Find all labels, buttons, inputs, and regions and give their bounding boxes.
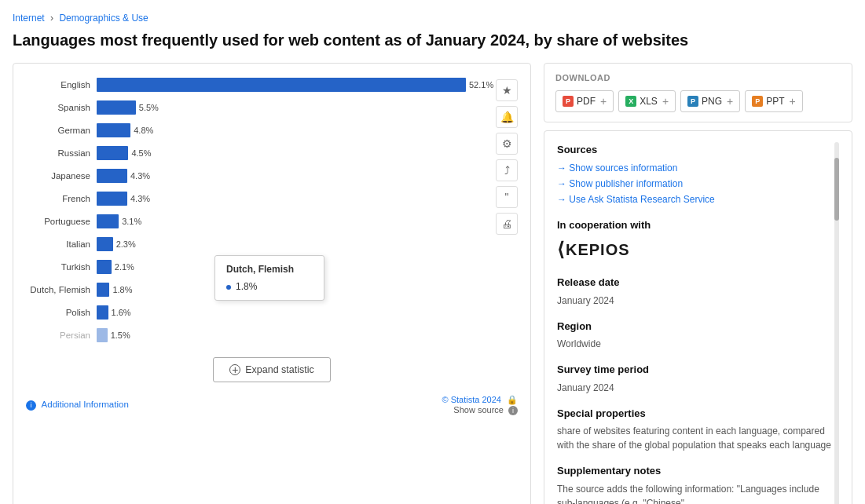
bar-value: 4.3% [130,171,150,181]
bar-label: Turkish [26,262,97,272]
download-pdf-button[interactable]: P PDF + [555,90,614,112]
bar-value: 2.3% [116,239,136,249]
bar-value: 2.1% [115,262,134,272]
info-icon: i [26,400,36,411]
table-row: Japanese4.3% [26,167,489,184]
expand-statistic-label: Expand statistic [245,364,314,375]
bar-value: 5.5% [139,103,159,112]
bar-value: 4.3% [130,194,150,203]
breadcrumb-demographics[interactable]: Demographics & Use [59,13,148,24]
bar-fill [97,192,127,206]
show-sources-link[interactable]: Show sources information [557,161,839,175]
scrollbar-track[interactable] [834,142,839,504]
png-label: PNG [702,96,722,107]
bar-track: 4.5% [97,146,489,160]
star-button[interactable]: ★ [496,79,518,101]
ask-statista-link[interactable]: Use Ask Statista Research Service [557,192,839,206]
bar-label: Russian [26,148,97,158]
xls-icon: X [625,96,636,107]
table-row: French4.3% [26,190,489,207]
gear-button[interactable]: ⚙ [496,133,518,155]
bar-track: 4.8% [97,123,489,137]
bar-label: Dutch, Flemish [26,285,97,294]
bar-fill [97,260,112,274]
quote-button[interactable]: " [496,186,518,208]
bar-label: Polish [26,308,97,317]
expand-statistic-button[interactable]: + Expand statistic [213,357,331,382]
kepios-text: KEPIOS [566,238,630,261]
cooperation-heading: In cooperation with [557,217,839,233]
release-date-section: Release date January 2024 [557,275,839,308]
bar-value: 4.5% [131,148,151,158]
statista-credit[interactable]: © Statista 2024 [442,395,501,404]
pdf-icon: P [563,96,574,107]
bar-chart: English52.1%Spanish5.5%German4.8%Russian… [26,76,489,349]
ppt-plus: + [790,95,796,108]
tooltip-title: Dutch, Flemish [226,264,313,275]
download-box: DOWNLOAD P PDF + X XLS + P PNG [544,63,852,122]
additional-info-link[interactable]: i Additional Information [26,400,129,411]
show-publisher-link[interactable]: Show publisher information [557,177,839,191]
download-png-button[interactable]: P PNG + [680,90,740,112]
supplementary-heading: Supplementary notes [557,463,839,479]
breadcrumb-internet[interactable]: Internet [13,13,45,24]
bar-track: 5.5% [97,100,489,115]
kepios-k-icon: ⟨ [557,236,564,264]
special-props-heading: Special properties [557,406,839,422]
statista-lock-icon: 🔒 [507,395,518,404]
special-props-section: Special properties share of websites fea… [557,406,839,453]
ppt-icon: P [752,96,763,107]
bar-value: 52.1% [469,80,493,89]
bar-fill [97,214,119,228]
table-row: Persian1.5% [26,327,489,344]
bar-track: 3.1% [97,214,489,228]
expand-icon: + [229,364,240,375]
table-row: Polish1.6% [26,304,489,321]
bar-fill [97,123,130,137]
download-xls-button[interactable]: X XLS + [618,90,676,112]
share-button[interactable]: ⤴ [496,159,518,181]
bell-button[interactable]: 🔔 [496,106,518,128]
cooperation-section: In cooperation with ⟨ KEPIOS [557,217,839,265]
show-source-link[interactable]: Show source [453,405,504,415]
bar-fill [97,283,109,297]
bar-track: 1.5% [97,328,489,342]
download-ppt-button[interactable]: P PPT + [745,90,803,112]
page-title: Languages most frequently used for web c… [13,30,852,50]
survey-period-heading: Survey time period [557,362,839,378]
print-button[interactable]: 🖨 [496,213,518,235]
bar-track: 4.3% [97,169,489,183]
survey-period-value: January 2024 [557,381,839,395]
sources-heading: Sources [557,142,839,158]
table-row: Italian2.3% [26,236,489,253]
pdf-label: PDF [577,96,596,107]
chart-sidebar: ★ 🔔 ⚙ ⤴ " 🖨 [496,76,518,349]
bar-label: Spanish [26,103,97,112]
bar-label: Persian [26,331,97,340]
survey-period-section: Survey time period January 2024 [557,362,839,395]
breadcrumb: Internet › Demographics & Use [13,13,852,24]
release-date-heading: Release date [557,275,839,290]
bar-value: 4.8% [134,126,153,135]
chart-panel: English52.1%Spanish5.5%German4.8%Russian… [13,63,531,504]
release-date-value: January 2024 [557,294,839,308]
bar-label: German [26,126,97,135]
tooltip-value: 1.8% [226,281,313,292]
scrollbar-thumb[interactable] [834,158,839,221]
kepios-logo: ⟨ KEPIOS [557,236,839,264]
png-plus: + [727,95,733,108]
bar-fill [97,100,136,115]
region-value: Worldwide [557,337,839,351]
table-row: German4.8% [26,122,489,139]
bar-track: 2.3% [97,237,489,251]
bar-fill [97,328,108,342]
bar-value: 1.5% [111,331,130,340]
chart-footer: i Additional Information © Statista 2024… [26,395,518,415]
bar-fill [97,305,108,320]
region-section: Region Worldwide [557,319,839,352]
supplementary-section: Supplementary notes The source adds the … [557,463,839,504]
tooltip-box: Dutch, Flemish 1.8% [214,255,324,301]
info-panel: DOWNLOAD P PDF + X XLS + P PNG [544,63,852,504]
png-icon: P [687,96,698,107]
bar-label: Italian [26,239,97,249]
